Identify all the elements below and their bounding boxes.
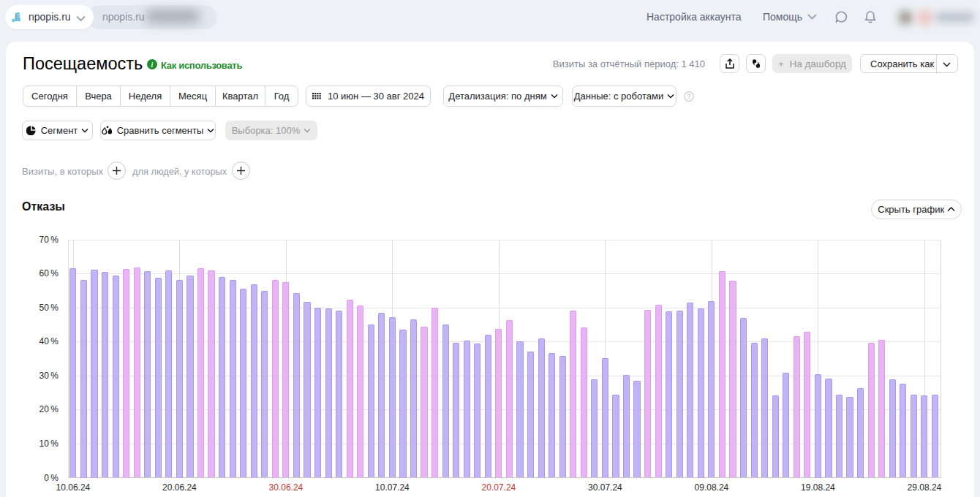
svg-text:?: ? xyxy=(687,93,690,100)
svg-text:i: i xyxy=(151,61,154,69)
